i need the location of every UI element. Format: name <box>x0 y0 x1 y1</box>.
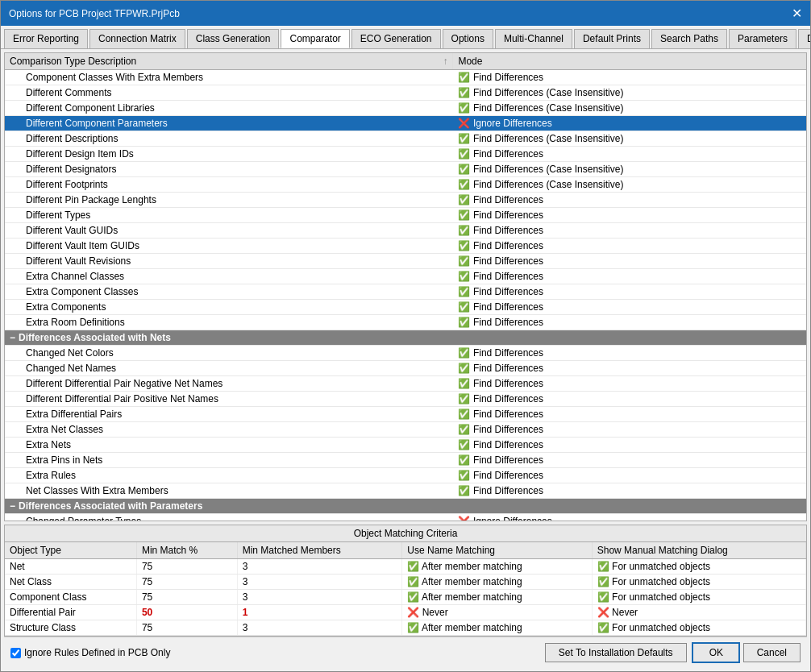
name-matching-cell[interactable]: ❌ Never <box>402 605 592 620</box>
name-matching-cell[interactable]: ✅ After member matching <box>402 575 592 590</box>
table-row[interactable]: Different Comments✅Find Differences (Cas… <box>5 85 806 101</box>
table-row[interactable]: Extra Components✅Find Differences <box>5 300 806 315</box>
cancel-button[interactable]: Cancel <box>743 643 801 662</box>
mode-cell[interactable]: ✅Find Differences <box>453 407 806 422</box>
table-row[interactable]: Extra Rules✅Find Differences <box>5 468 806 483</box>
mode-cell[interactable]: ✅Find Differences <box>453 300 806 315</box>
table-row[interactable]: Different Component Parameters❌Ignore Di… <box>5 116 806 131</box>
col-description-header[interactable]: Comparison Type Description ↑ <box>5 53 453 70</box>
show-dialog-cell[interactable]: ✅ For unmatched objects <box>592 559 805 575</box>
table-row[interactable]: Extra Nets✅Find Differences <box>5 438 806 453</box>
comparison-table-container[interactable]: Comparison Type Description ↑ Mode Compo… <box>4 52 807 521</box>
table-row[interactable]: Different Vault GUIDs✅Find Differences <box>5 223 806 239</box>
min-match-cell[interactable]: 75 <box>136 620 237 636</box>
match-table-row[interactable]: Net753✅ After member matching✅ For unmat… <box>5 559 806 575</box>
min-members-cell[interactable]: 3 <box>237 575 402 590</box>
mode-cell[interactable]: ✅Find Differences <box>453 376 806 392</box>
min-members-cell[interactable]: 3 <box>237 620 402 636</box>
name-matching-cell[interactable]: ✅ After member matching <box>402 620 592 636</box>
mode-cell[interactable]: ✅Find Differences <box>453 254 806 269</box>
tab-default-prints[interactable]: Default Prints <box>574 29 650 48</box>
mode-cell[interactable]: ✅Find Differences <box>453 468 806 483</box>
object-type-cell[interactable]: Net <box>5 559 136 575</box>
table-row[interactable]: Different Types✅Find Differences <box>5 208 806 223</box>
min-members-cell[interactable]: 1 <box>237 605 402 620</box>
tab-multi-channel[interactable]: Multi-Channel <box>495 29 572 48</box>
tab-comparator[interactable]: Comparator <box>281 29 349 48</box>
min-match-cell[interactable]: 75 <box>136 590 237 605</box>
tab-device-sheets[interactable]: Device Sheets <box>798 29 810 48</box>
table-row[interactable]: Extra Component Classes✅Find Differences <box>5 284 806 300</box>
mode-cell[interactable]: ✅Find Differences <box>453 438 806 453</box>
group-toggle-icon[interactable]: − <box>10 332 15 343</box>
object-type-cell[interactable]: Component Class <box>5 590 136 605</box>
table-row[interactable]: Different Descriptions✅Find Differences … <box>5 131 806 147</box>
tab-options[interactable]: Options <box>443 29 493 48</box>
show-dialog-cell[interactable]: ✅ For unmatched objects <box>592 620 805 636</box>
mode-cell[interactable]: ✅Find Differences <box>453 392 806 407</box>
object-type-cell[interactable]: Net Class <box>5 575 136 590</box>
table-row[interactable]: Extra Room Definitions✅Find Differences <box>5 315 806 330</box>
table-row[interactable]: Different Vault Revisions✅Find Differenc… <box>5 254 806 269</box>
show-dialog-cell[interactable]: ✅ For unmatched objects <box>592 590 805 605</box>
table-row[interactable]: Different Differential Pair Negative Net… <box>5 376 806 392</box>
tab-search-paths[interactable]: Search Paths <box>651 29 727 48</box>
mode-cell[interactable]: ✅Find Differences <box>453 346 806 361</box>
match-table-row[interactable]: Differential Pair501❌ Never❌ Never <box>5 605 806 620</box>
table-row[interactable]: Different Design Item IDs✅Find Differenc… <box>5 147 806 162</box>
table-row[interactable]: Extra Pins in Nets✅Find Differences <box>5 453 806 468</box>
mode-cell[interactable]: ✅Find Differences <box>453 422 806 438</box>
group-toggle-icon[interactable]: − <box>10 500 15 512</box>
mode-cell[interactable]: ✅Find Differences <box>453 147 806 162</box>
tab-error-reporting[interactable]: Error Reporting <box>4 29 88 48</box>
match-table-row[interactable]: Structure Class753✅ After member matchin… <box>5 620 806 636</box>
mode-cell[interactable]: ❌Ignore Differences <box>453 514 806 522</box>
mode-cell[interactable]: ✅Find Differences <box>453 223 806 239</box>
ok-button[interactable]: OK <box>692 642 740 663</box>
min-match-cell[interactable]: 75 <box>136 559 237 575</box>
ignore-rules-checkbox-label[interactable]: Ignore Rules Defined in PCB Only <box>10 647 170 658</box>
table-row[interactable]: Different Vault Item GUIDs✅Find Differen… <box>5 239 806 254</box>
mode-cell[interactable]: ✅Find Differences <box>453 483 806 499</box>
match-table-row[interactable]: Component Class753✅ After member matchin… <box>5 590 806 605</box>
tab-parameters[interactable]: Parameters <box>729 29 796 48</box>
col-mode-header[interactable]: Mode <box>453 53 806 70</box>
min-members-cell[interactable]: 3 <box>237 559 402 575</box>
mode-cell[interactable]: ✅Find Differences <box>453 239 806 254</box>
min-members-cell[interactable]: 3 <box>237 590 402 605</box>
mode-cell[interactable]: ✅Find Differences <box>453 284 806 300</box>
mode-cell[interactable]: ✅Find Differences (Case Insensitive) <box>453 131 806 147</box>
table-row[interactable]: Different Footprints✅Find Differences (C… <box>5 177 806 193</box>
table-row[interactable]: Extra Differential Pairs✅Find Difference… <box>5 407 806 422</box>
table-row[interactable]: Net Classes With Extra Members✅Find Diff… <box>5 483 806 499</box>
mode-cell[interactable]: ✅Find Differences <box>453 315 806 330</box>
tab-class-generation[interactable]: Class Generation <box>187 29 280 48</box>
table-row[interactable]: Different Pin Package Lenghts✅Find Diffe… <box>5 193 806 208</box>
mode-cell[interactable]: ✅Find Differences <box>453 208 806 223</box>
table-row[interactable]: Different Differential Pair Positive Net… <box>5 392 806 407</box>
mode-cell[interactable]: ✅Find Differences (Case Insensitive) <box>453 177 806 193</box>
show-dialog-cell[interactable]: ✅ For unmatched objects <box>592 575 805 590</box>
tab-eco-generation[interactable]: ECO Generation <box>351 29 441 48</box>
name-matching-cell[interactable]: ✅ After member matching <box>402 590 592 605</box>
set-defaults-button[interactable]: Set To Installation Defaults <box>545 643 687 662</box>
name-matching-cell[interactable]: ✅ After member matching <box>402 559 592 575</box>
min-match-cell[interactable]: 50 <box>136 605 237 620</box>
mode-cell[interactable]: ✅Find Differences (Case Insensitive) <box>453 85 806 101</box>
table-row[interactable]: Different Designators✅Find Differences (… <box>5 162 806 177</box>
match-table-row[interactable]: Net Class753✅ After member matching✅ For… <box>5 575 806 590</box>
min-match-cell[interactable]: 75 <box>136 575 237 590</box>
table-row[interactable]: Extra Net Classes✅Find Differences <box>5 422 806 438</box>
mode-cell[interactable]: ✅Find Differences <box>453 361 806 376</box>
mode-cell[interactable]: ✅Find Differences <box>453 193 806 208</box>
table-row[interactable]: Component Classes With Extra Members✅Fin… <box>5 70 806 85</box>
mode-cell[interactable]: ✅Find Differences <box>453 70 806 85</box>
table-row[interactable]: Changed Net Colors✅Find Differences <box>5 346 806 361</box>
table-row[interactable]: Extra Channel Classes✅Find Differences <box>5 269 806 284</box>
show-dialog-cell[interactable]: ❌ Never <box>592 605 805 620</box>
mode-cell[interactable]: ✅Find Differences (Case Insensitive) <box>453 162 806 177</box>
close-button[interactable]: ✕ <box>792 6 802 21</box>
mode-cell[interactable]: ✅Find Differences <box>453 269 806 284</box>
ignore-rules-checkbox[interactable] <box>10 648 21 658</box>
mode-cell[interactable]: ❌Ignore Differences <box>453 116 806 131</box>
